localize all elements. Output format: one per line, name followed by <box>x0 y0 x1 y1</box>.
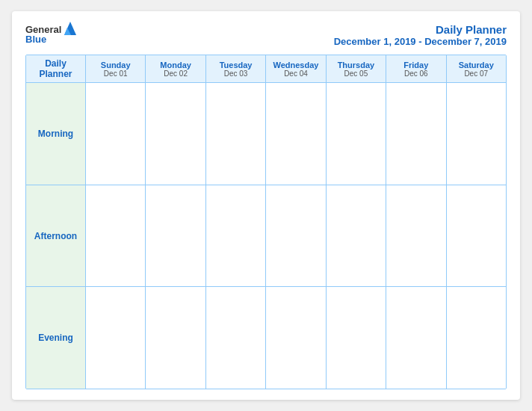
evening-saturday[interactable] <box>447 287 506 389</box>
wednesday-name: Wednesday <box>273 61 319 69</box>
thursday-name: Thursday <box>338 61 375 69</box>
calendar-table: Daily Planner Sunday Dec 01 Monday Dec 0… <box>25 55 507 389</box>
header-sunday: Sunday Dec 01 <box>86 55 146 82</box>
afternoon-label: Afternoon <box>34 231 77 241</box>
sunday-name: Sunday <box>101 61 131 69</box>
title-block: Daily Planner December 1, 2019 - Decembe… <box>334 23 507 47</box>
monday-name: Monday <box>160 61 191 69</box>
evening-label: Evening <box>38 333 73 343</box>
logo-blue: Blue <box>25 34 46 45</box>
afternoon-saturday[interactable] <box>447 185 506 287</box>
morning-monday[interactable] <box>146 83 205 185</box>
afternoon-monday[interactable] <box>146 185 205 287</box>
planner-container: General Blue Daily Planner December 1, 2… <box>12 11 520 400</box>
daily-label: Daily <box>45 58 66 69</box>
header: General Blue Daily Planner December 1, 2… <box>25 23 507 47</box>
tuesday-date: Dec 03 <box>224 69 248 78</box>
evening-wednesday[interactable] <box>266 287 326 389</box>
planner-label: Planner <box>39 69 72 79</box>
wednesday-date: Dec 04 <box>284 69 308 78</box>
morning-thursday[interactable] <box>327 83 386 185</box>
header-monday: Monday Dec 02 <box>146 55 205 82</box>
monday-date: Dec 02 <box>164 69 188 78</box>
morning-sunday[interactable] <box>86 83 146 185</box>
afternoon-sunday[interactable] <box>86 185 146 287</box>
morning-tuesday[interactable] <box>206 83 266 185</box>
afternoon-wednesday[interactable] <box>266 185 326 287</box>
afternoon-row: Afternoon <box>26 185 506 288</box>
evening-row: Evening <box>26 287 506 389</box>
morning-label: Morning <box>38 129 73 139</box>
afternoon-label-col: Afternoon <box>26 185 86 287</box>
planner-title: Daily Planner <box>334 23 507 36</box>
date-range: December 1, 2019 - December 7, 2019 <box>334 36 507 47</box>
afternoon-friday[interactable] <box>386 185 446 287</box>
morning-saturday[interactable] <box>447 83 506 185</box>
thursday-date: Dec 05 <box>344 69 368 78</box>
morning-friday[interactable] <box>386 83 446 185</box>
tuesday-name: Tuesday <box>220 61 253 69</box>
header-thursday: Thursday Dec 05 <box>327 55 386 82</box>
evening-tuesday[interactable] <box>206 287 266 389</box>
friday-name: Friday <box>403 61 428 69</box>
evening-monday[interactable] <box>146 287 205 389</box>
evening-thursday[interactable] <box>327 287 386 389</box>
morning-label-col: Morning <box>26 83 86 185</box>
evening-sunday[interactable] <box>86 287 146 389</box>
calendar-header-row: Daily Planner Sunday Dec 01 Monday Dec 0… <box>26 55 506 83</box>
morning-row: Morning <box>26 83 506 185</box>
afternoon-tuesday[interactable] <box>206 185 266 287</box>
evening-friday[interactable] <box>386 287 446 389</box>
header-friday: Friday Dec 06 <box>386 55 446 82</box>
header-wednesday: Wednesday Dec 04 <box>266 55 326 82</box>
friday-date: Dec 06 <box>404 69 428 78</box>
sunday-date: Dec 01 <box>104 69 128 78</box>
saturday-name: Saturday <box>459 61 494 69</box>
afternoon-thursday[interactable] <box>327 185 386 287</box>
header-tuesday: Tuesday Dec 03 <box>206 55 266 82</box>
saturday-date: Dec 07 <box>464 69 488 78</box>
logo: General Blue <box>25 23 76 45</box>
evening-label-col: Evening <box>26 287 86 389</box>
morning-wednesday[interactable] <box>266 83 326 185</box>
logo-triangle-icon <box>64 22 76 35</box>
header-saturday: Saturday Dec 07 <box>447 55 506 82</box>
header-label-col: Daily Planner <box>26 55 86 82</box>
